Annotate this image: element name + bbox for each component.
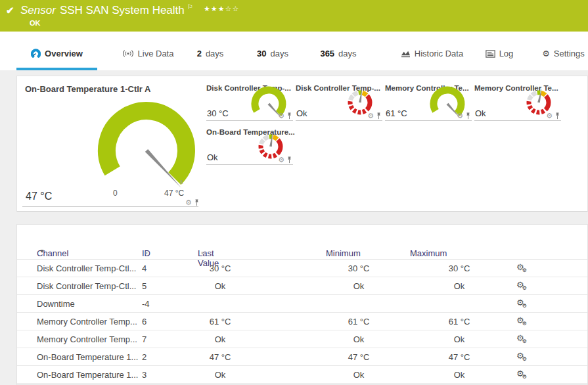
tab-label: days [271, 49, 288, 58]
gauge-icon [31, 49, 41, 58]
tab-number: 2 [197, 49, 202, 58]
tab-label: Log [499, 49, 514, 58]
gauge-average-marker: x̄ [180, 179, 183, 185]
tab-historic-data[interactable]: Historic Data [391, 41, 473, 70]
channel-id: 7 [142, 334, 147, 344]
status-badge: OK [30, 19, 41, 27]
status-ok-check-icon: ✔ [6, 5, 14, 16]
channel-minimum: 47 °C [319, 352, 398, 362]
tile-pin-icon[interactable] [376, 112, 382, 120]
channel-minimum: Ok [319, 281, 398, 291]
gauges-panel: On-Board Temperature 1-Ctlr A 0 x̄ 47 °C… [16, 76, 588, 212]
gauge-value: Ok [296, 108, 307, 118]
channel-gauge-tile[interactable]: Memory Controller Te... Ok ⚙ [474, 83, 561, 121]
tile-gear-icon[interactable]: ⚙ [367, 112, 374, 120]
tile-gear-icon[interactable]: ⚙ [278, 112, 284, 120]
channel-name[interactable]: On-Board Temperature 1... [37, 370, 139, 380]
channel-last-value: 30 °C [181, 263, 260, 273]
tab-label: Live Data [138, 49, 174, 58]
priority-stars[interactable]: ★★★☆☆ [204, 5, 239, 13]
channel-settings-icon[interactable]: ⚙⚙ [516, 315, 527, 327]
object-kind-label: Sensor [20, 4, 56, 16]
channel-name[interactable]: Memory Controller Temp... [37, 334, 139, 344]
tile-divider [22, 206, 198, 207]
channel-last-value: Ok [181, 370, 260, 380]
tab-365-days[interactable]: 365 days [309, 41, 368, 70]
channel-name[interactable]: Disk Controller Temp-Ctl... [37, 281, 139, 291]
tile-gear-icon[interactable]: ⚙ [457, 112, 463, 120]
log-list-icon [486, 50, 495, 58]
channel-last-value: Ok [181, 281, 260, 291]
tab-30-days[interactable]: 30 days [246, 41, 299, 70]
tab-live-data[interactable]: Live Data [112, 41, 184, 70]
tab-2-days[interactable]: 2 days [187, 41, 233, 70]
gear-icon: ⚙ [542, 49, 550, 58]
gauge-scale-max: 47 °C [164, 189, 184, 198]
channel-minimum: 61 °C [319, 317, 398, 327]
table-row[interactable]: Disk Controller Temp-Ctl... 5 Ok Ok Ok ⚙… [17, 277, 587, 295]
channel-maximum: 47 °C [420, 352, 499, 362]
channel-id: 4 [142, 263, 147, 273]
channel-id: 5 [142, 281, 147, 291]
channel-settings-icon[interactable]: ⚙⚙ [516, 369, 527, 380]
channel-settings-icon[interactable]: ⚙⚙ [516, 333, 527, 344]
channels-table-panel: Channel▼ ID▲▼ Last Value▲▼ Minimum▲▼ Max… [16, 224, 588, 385]
channel-id: -4 [142, 299, 150, 309]
table-row[interactable]: On-Board Temperature 1... 2 47 °C 47 °C … [17, 348, 587, 366]
stars-filled: ★★★ [204, 5, 225, 12]
table-row[interactable]: Disk Controller Temp-Ctl... 4 30 °C 30 °… [17, 260, 587, 277]
tab-number: 365 [320, 49, 334, 58]
tab-label: Overview [45, 49, 83, 58]
channel-name[interactable]: On-Board Temperature 1... [37, 352, 139, 362]
tile-gear-icon[interactable]: ⚙ [278, 156, 284, 164]
flag-icon[interactable]: ⚐ [187, 3, 193, 11]
tile-pin-icon[interactable] [286, 112, 292, 120]
tab-number: 30 [257, 49, 266, 58]
channel-gauge-tile[interactable]: Memory Controller Te... 61 °C ⚙ [385, 83, 472, 121]
channel-maximum: 61 °C [420, 317, 499, 327]
channel-settings-icon[interactable]: ⚙⚙ [516, 262, 527, 273]
gauge-value: Ok [207, 152, 218, 162]
tab-label: Historic Data [415, 49, 463, 58]
tab-bar: Overview Live Data 2 days 30 days 365 da… [0, 32, 588, 70]
table-row[interactable]: On-Board Temperature 1... 3 Ok Ok Ok ⚙⚙ [17, 366, 587, 384]
channel-settings-icon[interactable]: ⚙⚙ [516, 351, 527, 362]
tile-gear-icon[interactable]: ⚙ [546, 112, 553, 120]
page-title: SensorSSH SAN System Health⚐ [20, 3, 193, 17]
sensor-status-header: ✔ SensorSSH SAN System Health⚐ ★★★☆☆ OK [0, 0, 588, 32]
channel-name[interactable]: Downtime [37, 299, 139, 309]
tile-pin-icon[interactable] [194, 199, 200, 206]
channel-name[interactable]: Memory Controller Temp... [37, 317, 139, 327]
tab-log[interactable]: Log [476, 41, 522, 70]
channel-id: 3 [142, 370, 147, 380]
channel-settings-icon[interactable]: ⚙⚙ [516, 298, 527, 309]
broadcast-icon [122, 49, 134, 58]
tab-settings[interactable]: ⚙ Settings [539, 41, 588, 70]
channel-name[interactable]: Disk Controller Temp-Ctl... [37, 263, 139, 273]
channel-id: 6 [142, 317, 147, 327]
radial-gauge [427, 85, 469, 127]
channel-gauge-tile[interactable]: Disk Controller Temp-... 30 °C ⚙ [206, 83, 293, 121]
channel-gauge-tile[interactable]: On-Board Temperature... Ok ⚙ [206, 127, 293, 165]
primary-channel-gauge[interactable]: On-Board Temperature 1-Ctlr A 0 x̄ 47 °C… [22, 79, 201, 209]
tile-gear-icon[interactable]: ⚙ [185, 198, 192, 207]
channel-gauge-tile[interactable]: Disk Controller Temp-... Ok ⚙ [296, 83, 382, 121]
channel-last-value: 47 °C [181, 352, 260, 362]
table-row[interactable]: Downtime -4 ⚙⚙ [17, 295, 587, 313]
tile-pin-icon[interactable] [554, 112, 560, 120]
channel-maximum: 30 °C [420, 263, 499, 273]
table-row[interactable]: Memory Controller Temp... 6 61 °C 61 °C … [17, 313, 587, 330]
tile-pin-icon[interactable] [465, 112, 471, 120]
gauge-value: Ok [475, 108, 486, 118]
gauge-value: 47 °C [26, 191, 52, 202]
tab-overview[interactable]: Overview [16, 41, 97, 70]
channel-last-value: Ok [181, 334, 260, 344]
area-chart-icon [401, 49, 411, 58]
table-row[interactable]: Memory Controller Temp... 7 Ok Ok Ok ⚙⚙ [17, 330, 587, 348]
channel-id: 2 [142, 352, 147, 362]
channel-settings-icon[interactable]: ⚙⚙ [516, 280, 527, 291]
channel-minimum: 30 °C [319, 263, 398, 273]
channel-maximum: Ok [420, 334, 499, 344]
sort-desc-icon: ▼ [39, 248, 45, 254]
tile-pin-icon[interactable] [286, 156, 292, 164]
